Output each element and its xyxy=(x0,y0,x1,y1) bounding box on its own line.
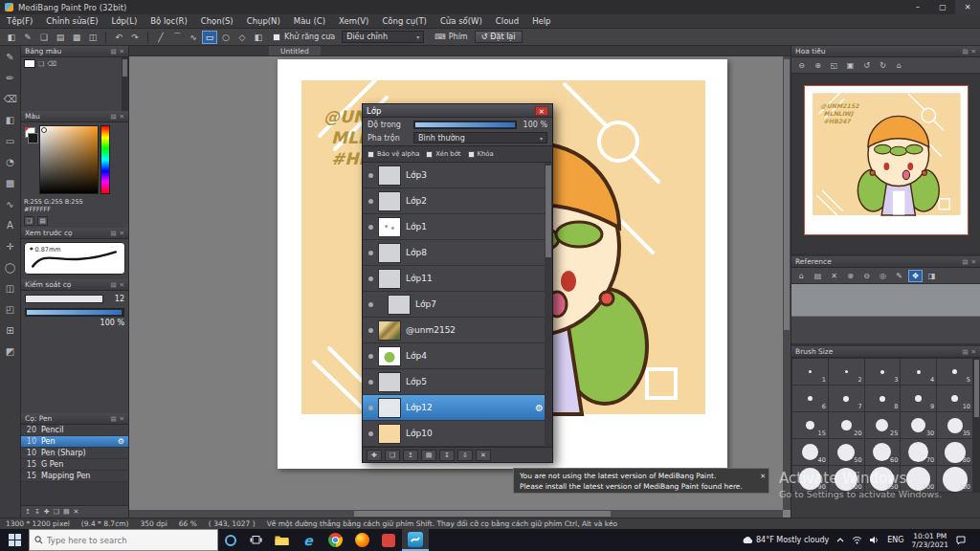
menu-edit[interactable]: Chỉnh sửa(E) xyxy=(39,16,104,26)
curve-tool-icon[interactable]: ∿ xyxy=(6,198,13,210)
layer-visibility-icon[interactable] xyxy=(368,380,373,385)
brush-size-option[interactable]: 15 xyxy=(792,412,828,438)
brush-item-pencil[interactable]: 20 Pencil xyxy=(21,425,128,436)
brush-size-option[interactable]: 200 xyxy=(901,466,936,492)
layer-visibility-icon[interactable] xyxy=(368,302,373,307)
brush-size-option[interactable]: 7 xyxy=(829,386,864,411)
freehand-shape-icon[interactable]: ∿ xyxy=(186,31,201,44)
brush-settings-gear-icon[interactable]: ⚙ xyxy=(118,437,124,446)
paint-tool-icon[interactable]: ◧ xyxy=(4,31,19,44)
select-rect-tool-icon[interactable]: ▭ xyxy=(6,135,14,147)
canvas-vertical-scrollbar[interactable] xyxy=(783,56,791,510)
panel-close-icon[interactable]: ✕ xyxy=(120,113,124,121)
layer-list-scrollbar[interactable] xyxy=(545,163,552,447)
language-indicator[interactable]: ENG xyxy=(887,536,903,544)
color-picker-cursor[interactable] xyxy=(41,127,47,133)
search-input[interactable] xyxy=(47,536,200,545)
menu-filter[interactable]: Bộ lọc(R) xyxy=(144,16,194,26)
panel-tool-icon[interactable]: ◫ xyxy=(6,282,14,295)
layer-visibility-icon[interactable] xyxy=(368,354,373,359)
opacity-slider[interactable] xyxy=(413,121,517,129)
taskbar-search[interactable] xyxy=(29,529,218,551)
firefox-button[interactable] xyxy=(348,529,375,551)
layer-row[interactable]: Lớp5 xyxy=(363,369,552,395)
panel-close-icon[interactable]: ✕ xyxy=(971,258,976,266)
document-tab[interactable]: Untitled xyxy=(269,46,321,55)
panel-close-icon[interactable]: ✕ xyxy=(971,348,976,356)
panel-menu-icon[interactable]: ▤ xyxy=(110,48,116,55)
brush-item-mapping-pen[interactable]: 15 Mapping Pen xyxy=(21,471,128,482)
protect-alpha-option[interactable]: Bảo vệ alpha xyxy=(368,150,419,158)
brush-size-option[interactable]: 50 xyxy=(829,439,864,465)
close-button[interactable]: ✕ xyxy=(955,0,980,14)
ref-zoom-out-icon[interactable]: ⊖ xyxy=(859,270,874,282)
adjust-dropdown[interactable]: Điều chỉnh ▾ xyxy=(342,31,424,43)
layer-visibility-icon[interactable] xyxy=(368,251,373,255)
text-tool-icon[interactable]: A xyxy=(7,219,13,231)
brush-size-option[interactable]: 150 xyxy=(865,466,901,492)
palette-color-chip[interactable] xyxy=(24,59,35,68)
duplicate-brush-icon[interactable]: ❏ xyxy=(54,508,59,516)
menu-help[interactable]: Help xyxy=(525,16,557,26)
brush-size-option[interactable]: 35 xyxy=(937,412,972,438)
zoom-tool-icon[interactable]: ◯ xyxy=(5,261,15,274)
layer-visibility-icon[interactable] xyxy=(368,431,373,436)
layer-row[interactable]: Lớp10 xyxy=(363,421,552,447)
blend-mode-dropdown[interactable]: Bình thường ▾ xyxy=(413,132,547,143)
brush-size-option[interactable]: 1 xyxy=(792,359,828,385)
menu-cloud[interactable]: Cloud xyxy=(489,16,525,26)
clipping-checkbox[interactable] xyxy=(426,151,433,158)
rotate-right-icon[interactable]: ↻ xyxy=(876,59,890,72)
menu-view[interactable]: Xem(V) xyxy=(332,16,375,26)
rotate-left-icon[interactable]: ↺ xyxy=(859,59,874,72)
undo-icon[interactable]: ↶ xyxy=(111,31,126,44)
panel-menu-icon[interactable]: ▤ xyxy=(110,230,116,237)
ellipse-shape-icon[interactable]: ○ xyxy=(218,31,234,44)
layer-row[interactable]: Lớp7 xyxy=(363,292,552,318)
pen-tool-icon[interactable]: ✎ xyxy=(20,31,35,44)
brush-up-icon[interactable]: ↥ xyxy=(25,508,31,516)
palette-delete-icon[interactable]: ⌫ xyxy=(47,60,56,68)
brush-size-slider[interactable] xyxy=(25,295,103,303)
menu-color[interactable]: Màu (C) xyxy=(287,16,332,26)
brush-size-option[interactable]: 6 xyxy=(792,386,828,411)
layer-row[interactable]: Lớp1 xyxy=(363,214,552,240)
brush-size-option[interactable]: 20 xyxy=(829,412,864,438)
layer-row[interactable]: @unm2152 xyxy=(363,318,552,343)
target-icon[interactable]: ◎ xyxy=(876,270,890,282)
panel-close-icon[interactable]: ✕ xyxy=(120,281,124,289)
start-button[interactable] xyxy=(0,529,29,551)
menu-icon[interactable]: ▤ xyxy=(811,270,825,282)
panel-close-icon[interactable]: ✕ xyxy=(971,48,976,55)
hand-icon[interactable]: ✥ xyxy=(908,270,923,282)
move-layer-up-icon[interactable]: ↥ xyxy=(403,450,418,461)
edge-button[interactable]: e xyxy=(295,529,322,551)
redo-icon[interactable]: ↷ xyxy=(127,31,143,44)
duplicate-layer-icon[interactable]: ❏ xyxy=(385,450,400,461)
minimize-button[interactable]: – xyxy=(905,0,930,14)
grid-icon[interactable]: ▦ xyxy=(69,31,84,44)
fill-tool-icon[interactable]: ◧ xyxy=(6,114,14,126)
panel-menu-icon[interactable]: ▤ xyxy=(110,415,116,423)
menu-select[interactable]: Chọn(S) xyxy=(194,16,240,26)
crop-tool-icon[interactable]: ◰ xyxy=(6,303,14,316)
reset-view-icon[interactable]: ⌂ xyxy=(892,59,906,72)
layer-visibility-icon[interactable] xyxy=(368,328,373,333)
background-color-swatch[interactable] xyxy=(28,133,38,143)
task-view-button[interactable] xyxy=(243,529,268,551)
layer-dialog[interactable]: Lớp ✕ Độ trong 100 % Pha trộn Bình thườn… xyxy=(362,103,553,463)
panel-close-icon[interactable]: ✕ xyxy=(120,415,124,423)
rectangle-shape-icon[interactable]: ▭ xyxy=(202,31,217,44)
layer-row[interactable]: Lớp11 xyxy=(363,266,552,292)
brush-size-option[interactable]: 70 xyxy=(901,439,936,465)
menu-tools[interactable]: Công cụ(T) xyxy=(375,16,434,26)
reset-button[interactable]: ↺ Đặt lại xyxy=(475,31,523,43)
select-ellipse-tool-icon[interactable]: ◔ xyxy=(6,156,14,168)
close-icon[interactable]: ✕ xyxy=(827,270,841,282)
lock-checkbox[interactable] xyxy=(468,151,475,158)
home-icon[interactable]: ⌂ xyxy=(794,270,809,282)
brush-size-option[interactable]: 40 xyxy=(792,439,828,465)
chrome-button[interactable] xyxy=(322,529,348,551)
brush-item-pen-sharp[interactable]: 10 Pen (Sharp) xyxy=(21,448,128,459)
brush-size-option[interactable]: 100 xyxy=(829,466,864,492)
